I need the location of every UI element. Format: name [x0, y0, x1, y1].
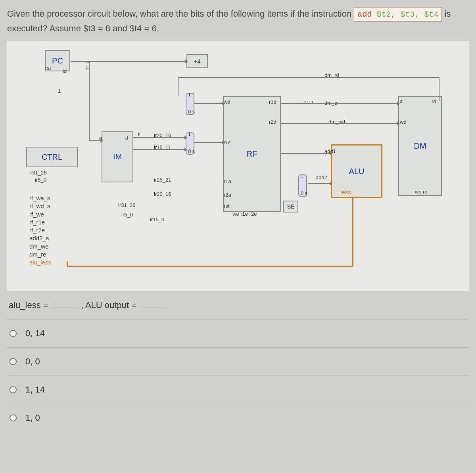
ir15-0-label: ir15_0: [150, 216, 164, 222]
rf-r1a-label: r1a: [224, 178, 231, 184]
wire-to-im: [89, 140, 101, 141]
ctrl-ir31-26: ir31_26: [29, 170, 46, 176]
ctrl-sig-alu-less: alu_less: [29, 259, 51, 266]
question-lead: Given the processor circuit below, what …: [7, 9, 351, 19]
ctrl-signal-list: rf_wa_s rf_wd_s rf_we rf_r1e rf_r2e add2…: [29, 194, 51, 266]
rf-we-r1e-r2e: we r1e r2e: [232, 211, 257, 217]
wire-wd: [194, 103, 222, 104]
wire-r1d-dm: [281, 103, 397, 104]
wire-dmrd-right: [439, 77, 440, 101]
option-label: 0, 0: [25, 356, 40, 367]
wire-pc-plus4: [71, 61, 186, 62]
ir25-21-label: ir25_21: [154, 177, 171, 183]
rf-wa-label: wa: [224, 139, 230, 145]
rf-block: RF: [223, 96, 281, 212]
blank-mid: , ALU output =: [81, 300, 139, 310]
ir20-16b-label: ir20_16: [154, 191, 171, 197]
one-label: 1: [58, 88, 61, 94]
rf-r2d-label: r2d: [269, 119, 276, 125]
im-block: IM: [102, 131, 133, 182]
wd-mux-sel0: 0 s: [188, 109, 195, 115]
option-1-0[interactable]: 1, 0: [7, 404, 469, 432]
ctrl-sig-rf-we: rf_we: [29, 211, 51, 218]
rf-rst-label: rst: [224, 203, 229, 209]
option-label: 0, 14: [25, 328, 45, 339]
alu-less-label: less: [340, 189, 351, 195]
se-block: SE: [283, 201, 298, 213]
ctrl-label: CTRL: [42, 153, 62, 162]
dm-we-re-label: we re: [415, 189, 428, 195]
option-0-14[interactable]: 0, 14: [7, 319, 469, 347]
rf-r1d-label: r1d: [269, 99, 276, 105]
dm-label: DM: [414, 142, 426, 151]
rf-wd-label: wd: [224, 99, 230, 105]
radio-icon: [10, 358, 17, 365]
code-keyword: add: [357, 10, 372, 19]
wire-wa: [194, 142, 222, 143]
wire-pc-down: [89, 61, 90, 140]
ld-label: ld: [63, 68, 67, 74]
wire-ir20-16: [133, 137, 185, 138]
alu-block: ALU: [331, 144, 382, 198]
ir-label: ir: [138, 131, 141, 137]
bits-11-2-label-a: 11:2: [85, 61, 91, 70]
question-text: Given the processor circuit below, what …: [7, 7, 469, 35]
wire-ir15-11: [133, 149, 185, 150]
wd-mux-sel1: 1: [188, 92, 191, 98]
plus4-label: +4: [194, 58, 200, 65]
wire-r2d-dm: [281, 123, 397, 124]
wire-dmrd-top: [178, 77, 440, 78]
im-d-label: d: [125, 135, 128, 141]
alu-add2-label: add2: [316, 174, 327, 180]
dm-block: DM: [398, 96, 442, 196]
ctrl-sig-add2-s: add2_s: [29, 234, 51, 242]
rst-label: rst: [45, 65, 51, 71]
add2-mux-sel1: 1: [301, 174, 303, 179]
ir31-26-label: ir31_26: [118, 202, 135, 208]
rf-label: RF: [247, 149, 257, 159]
option-label: 1, 0: [25, 413, 40, 423]
ctrl-sig-dm-we: dm_we: [29, 243, 51, 251]
blank-1: [51, 300, 79, 308]
ctrl-sig-rf-r1e: rf_r1e: [29, 218, 51, 226]
rf-r2a-label: r2a: [224, 192, 231, 198]
radio-icon: [10, 414, 17, 421]
plus4-block: +4: [186, 54, 208, 68]
dm-wd-label: dm_wd: [328, 119, 345, 125]
wire-less-down: [352, 198, 353, 266]
radio-icon: [10, 330, 17, 337]
option-label: 1, 14: [25, 385, 45, 395]
wire-add2: [308, 183, 330, 184]
wa-mux-sel1: 1: [188, 132, 191, 137]
fill-in-blank-prompt: alu_less = , ALU output =: [7, 300, 469, 310]
wire-add1: [281, 153, 330, 154]
ir5-0-label: ir5_0: [121, 212, 133, 218]
im-label: IM: [113, 152, 122, 161]
wa-mux-sel0: 0 s: [188, 148, 195, 154]
wire-dmrd-left: [178, 77, 178, 96]
blank-2: [139, 300, 167, 308]
add2-mux-sel0: 0 s: [301, 190, 307, 196]
wire-less-across: [67, 266, 353, 267]
radio-icon: [10, 386, 17, 393]
alu-label: ALU: [349, 167, 365, 176]
ctrl-sig-rf-r2e: rf_r2e: [29, 226, 51, 234]
option-1-14[interactable]: 1, 14: [7, 375, 469, 404]
dm-rd2-label: rd: [432, 98, 436, 104]
dm-a2-label: a: [400, 98, 403, 104]
circuit-diagram: PC rst ld 11:2 1 +4 1 0 s 1 0 s IM a d i…: [7, 41, 469, 291]
pc-label: PC: [52, 56, 63, 65]
wire-less-up: [67, 261, 68, 266]
blank-prefix: alu_less =: [9, 300, 51, 310]
code-registers: $t2, $t3, $t4: [372, 10, 438, 19]
dm-wd2-label: wd: [400, 119, 407, 125]
ctrl-sig-dm-re: dm_re: [29, 251, 51, 259]
bits-11-2-label-b: 11:2: [304, 100, 313, 105]
ctrl-sig-rf-wd-s: rf_wd_s: [29, 202, 51, 210]
instruction-code: add $t2, $t3, $t4: [354, 7, 442, 22]
answer-options: 0, 14 0, 0 1, 14 1, 0: [7, 319, 469, 432]
option-0-0[interactable]: 0, 0: [7, 347, 469, 375]
ctrl-ir5-0: ir5_0: [35, 177, 46, 183]
ctrl-block: CTRL: [26, 147, 78, 167]
ctrl-sig-rf-wa-s: rf_wa_s: [29, 194, 51, 202]
